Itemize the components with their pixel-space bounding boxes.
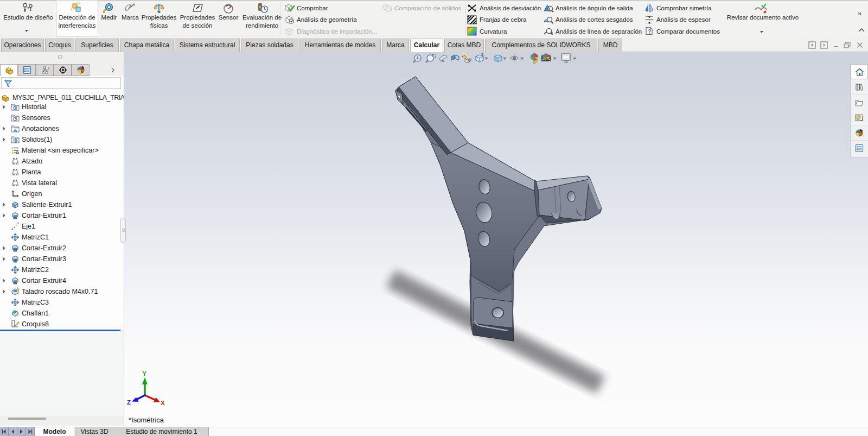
svg-text:?: ? (648, 29, 651, 35)
svg-text:?: ? (389, 8, 391, 11)
svg-text:Z: Z (127, 399, 131, 406)
svg-text:Y: Y (143, 370, 147, 377)
svg-text:X: X (161, 400, 165, 406)
